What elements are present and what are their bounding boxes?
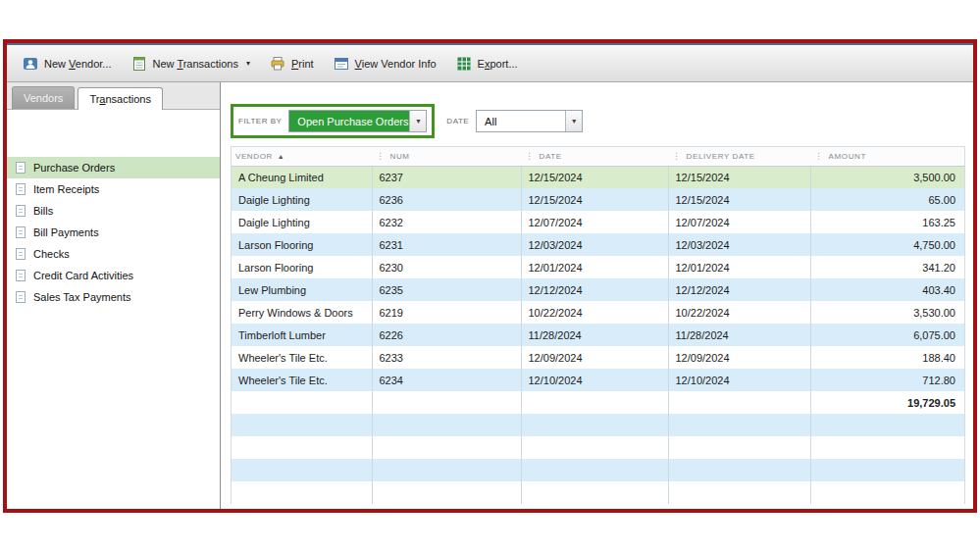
chevron-down-icon: ▾ [246, 59, 250, 68]
vendor-cell: A Cheung Limited [232, 166, 372, 188]
tab-transactions[interactable]: Transactions [77, 87, 163, 110]
tab-vendors[interactable]: Vendors [12, 86, 75, 110]
column-header-vendor[interactable]: VENDOR▲ [232, 147, 372, 166]
column-header-num[interactable]: ⋮NUM [372, 147, 521, 166]
empty-cell [668, 436, 810, 459]
delivery-date-cell: 10/22/2024 [668, 301, 810, 324]
num-cell: 6232 [372, 211, 521, 233]
new-vendor-icon [23, 56, 38, 72]
export-button[interactable]: Export... [446, 51, 528, 76]
export-label: Export... [478, 58, 518, 70]
sidebar-tabbar: Vendors Transactions [7, 82, 220, 110]
transaction-type-list: Purchase Orders Item Receipts Bills Bill… [7, 110, 220, 308]
column-header-date[interactable]: ⋮DATE [521, 147, 668, 166]
filter-by-dropdown[interactable]: Open Purchase Orders ▼ [288, 110, 427, 132]
sidebar-item-label: Bill Payments [33, 226, 99, 238]
view-vendor-info-button[interactable]: View Vendor Info [324, 51, 446, 76]
num-cell: 6230 [372, 256, 521, 278]
table-row[interactable]: Larson Flooring 6230 12/01/2024 12/01/20… [232, 256, 964, 278]
empty-cell [372, 459, 521, 481]
empty-cell [521, 391, 668, 414]
empty-cell [521, 436, 668, 459]
empty-cell [232, 459, 372, 481]
empty-cell [232, 414, 372, 436]
sidebar-item-label: Checks [33, 248, 70, 260]
chevron-down-icon[interactable]: ▼ [409, 111, 426, 131]
vendor-cell: Larson Flooring [232, 233, 372, 256]
amount-cell: 341.20 [810, 256, 964, 278]
sidebar-item-sales-tax-payments[interactable]: Sales Tax Payments [7, 286, 220, 308]
table-row[interactable]: Wheeler's Tile Etc. 6233 12/09/2024 12/0… [232, 346, 964, 369]
form-icon [16, 248, 26, 260]
sidebar-item-item-receipts[interactable]: Item Receipts [7, 178, 220, 200]
amount-cell: 712.80 [810, 369, 964, 391]
column-separator-icon: ⋮ [525, 151, 535, 161]
table-row[interactable]: Wheeler's Tile Etc. 6234 12/10/2024 12/1… [232, 369, 964, 391]
date-cell: 12/03/2024 [521, 233, 668, 256]
sidebar-item-label: Sales Tax Payments [33, 291, 130, 303]
column-separator-icon: ⋮ [672, 151, 682, 161]
sidebar-item-checks[interactable]: Checks [7, 243, 220, 265]
date-value: All [477, 111, 565, 131]
column-header-delivery-date[interactable]: ⋮DELIVERY DATE [668, 147, 810, 166]
vendor-cell: Lew Plumbing [232, 278, 372, 301]
date-cell: 12/12/2024 [521, 278, 668, 301]
empty-cell [521, 459, 668, 481]
date-dropdown[interactable]: All ▼ [476, 110, 583, 132]
printer-icon [270, 56, 285, 72]
num-cell: 6233 [372, 346, 521, 369]
date-cell: 12/10/2024 [521, 369, 668, 391]
transactions-table: VENDOR▲ ⋮NUM ⋮DATE ⋮DELIVERY DATE ⋮AMOUN… [231, 146, 965, 504]
print-button[interactable]: Print [260, 51, 324, 76]
table-row[interactable]: Perry Windows & Doors 6219 10/22/2024 10… [232, 301, 964, 324]
delivery-date-cell: 12/12/2024 [668, 278, 810, 301]
delivery-date-cell: 12/07/2024 [668, 211, 810, 233]
form-icon [16, 183, 26, 195]
new-vendor-button[interactable]: New Vendor... [13, 51, 122, 76]
new-vendor-label: New Vendor... [44, 58, 112, 70]
main-panel: FILTER BY Open Purchase Orders ▼ DATE Al… [221, 82, 973, 509]
sidebar-item-bill-payments[interactable]: Bill Payments [7, 222, 220, 243]
table-row[interactable]: Daigle Lighting 6232 12/07/2024 12/07/20… [232, 211, 964, 233]
empty-cell [372, 481, 521, 504]
new-transactions-label: New Transactions [153, 58, 238, 70]
table-row[interactable]: Larson Flooring 6231 12/03/2024 12/03/20… [232, 233, 964, 256]
total-amount: 19,729.05 [810, 391, 964, 414]
num-cell: 6234 [372, 369, 521, 391]
vendor-cell: Daigle Lighting [232, 188, 372, 211]
date-cell: 12/07/2024 [521, 211, 668, 233]
num-cell: 6231 [372, 233, 521, 256]
vendor-cell: Daigle Lighting [232, 211, 372, 233]
sidebar-item-bills[interactable]: Bills [7, 200, 220, 222]
delivery-date-cell: 12/01/2024 [668, 256, 810, 278]
print-label: Print [291, 58, 314, 70]
delivery-date-cell: 12/03/2024 [668, 233, 810, 256]
sidebar-item-label: Credit Card Activities [33, 270, 133, 281]
amount-cell: 163.25 [810, 211, 964, 233]
empty-cell [232, 391, 372, 414]
date-cell: 10/22/2024 [521, 301, 668, 324]
filter-by-value: Open Purchase Orders [289, 111, 409, 131]
empty-cell [232, 481, 372, 504]
empty-cell [521, 481, 668, 504]
view-vendor-info-label: View Vendor Info [355, 58, 437, 70]
column-header-amount[interactable]: ⋮AMOUNT [810, 147, 964, 166]
app-window: New Vendor... New Transactions ▾ Print [3, 39, 977, 513]
new-transactions-button[interactable]: New Transactions ▾ [122, 51, 260, 76]
amount-cell: 4,750.00 [810, 233, 964, 256]
table-row[interactable]: Daigle Lighting 6236 12/15/2024 12/15/20… [232, 188, 964, 211]
toolbar: New Vendor... New Transactions ▾ Print [7, 45, 973, 82]
table-row[interactable]: A Cheung Limited 6237 12/15/2024 12/15/2… [232, 166, 964, 188]
sidebar-item-purchase-orders[interactable]: Purchase Orders [7, 157, 220, 178]
num-cell: 6237 [372, 166, 521, 188]
form-icon [16, 162, 26, 174]
table-row[interactable]: Timberloft Lumber 6226 11/28/2024 11/28/… [232, 324, 964, 346]
delivery-date-cell: 12/10/2024 [668, 369, 810, 391]
sort-ascending-icon: ▲ [278, 153, 285, 160]
chevron-down-icon[interactable]: ▼ [565, 111, 582, 131]
num-cell: 6226 [372, 324, 521, 346]
sidebar-item-credit-card-activities[interactable]: Credit Card Activities [7, 265, 220, 286]
new-transactions-icon [131, 56, 147, 72]
vendor-cell: Wheeler's Tile Etc. [232, 346, 372, 369]
table-row[interactable]: Lew Plumbing 6235 12/12/2024 12/12/2024 … [232, 278, 964, 301]
